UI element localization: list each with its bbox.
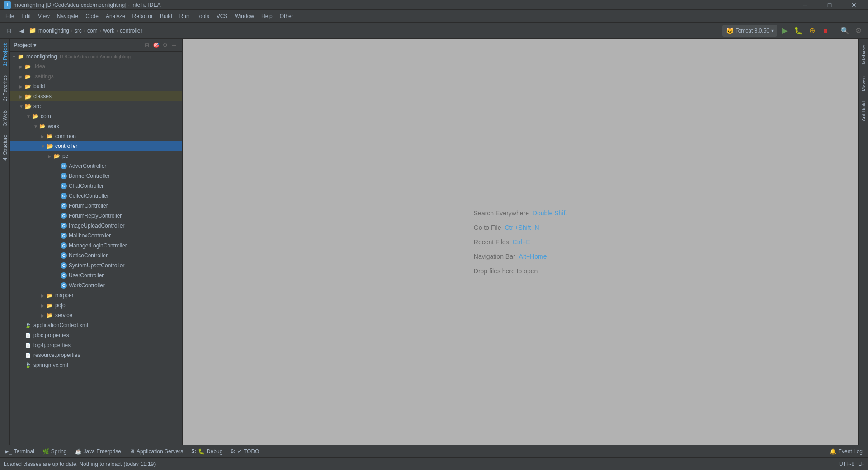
menu-view[interactable]: View	[34, 11, 53, 21]
panel-minimize-btn[interactable]: ─	[170, 41, 179, 50]
tree-item-pojo[interactable]: ▶ 📂 pojo	[10, 300, 182, 310]
tree-item-controller[interactable]: ▼ 📂 controller	[10, 141, 182, 151]
sidebar-tab-ant[interactable]: Ant Build	[859, 97, 868, 126]
tree-item-NoticeController[interactable]: ▶ C NoticeController	[10, 251, 182, 261]
panel-settings-btn[interactable]: ⚙	[160, 41, 170, 50]
tree-item-log4j[interactable]: ▶ 📄 log4j.properties	[10, 340, 182, 350]
sidebar-tab-web[interactable]: 3: Web	[1, 106, 9, 131]
back-btn[interactable]: ◀	[16, 25, 27, 36]
tree-item-build[interactable]: ▶ 📂 build	[10, 81, 182, 91]
tab-terminal[interactable]: ▶_ Terminal	[2, 446, 38, 457]
tree-item-ChatController[interactable]: ▶ C ChatController	[10, 181, 182, 191]
appcontext-label: applicationContext.xml	[33, 322, 88, 328]
tree-item-src[interactable]: ▼ 📂 src	[10, 101, 182, 111]
menu-file[interactable]: File	[2, 11, 18, 21]
breadcrumb-moonlighting[interactable]: moonlighting	[38, 28, 69, 34]
build-arrow[interactable]: ▶	[19, 84, 24, 89]
collapse-all-btn[interactable]: ⊟	[142, 41, 151, 50]
menu-help[interactable]: Help	[258, 11, 276, 21]
service-arrow[interactable]: ▶	[41, 313, 46, 318]
sidebar-tab-structure[interactable]: 4: Structure	[1, 130, 9, 165]
tree-item-CollectController[interactable]: ▶ C CollectController	[10, 191, 182, 201]
tab-spring[interactable]: 🌿 Spring	[39, 446, 71, 457]
tree-item-mapper[interactable]: ▶ 📂 mapper	[10, 290, 182, 300]
status-line-sep[interactable]: LF	[858, 461, 864, 467]
idea-arrow[interactable]: ▶	[19, 64, 24, 69]
tree-item-springmvc[interactable]: ▶ 🍃 springmvc.xml	[10, 360, 182, 370]
minimize-button[interactable]: ─	[795, 0, 816, 10]
tree-item-jdbc[interactable]: ▶ 📄 jdbc.properties	[10, 330, 182, 340]
tab-java-enterprise[interactable]: ☕ Java Enterprise	[71, 446, 125, 457]
menu-tools[interactable]: Tools	[193, 11, 213, 21]
tree-item-common[interactable]: ▶ 📂 common	[10, 131, 182, 141]
tree-item-BannerController[interactable]: ▶ C BannerController	[10, 171, 182, 181]
classes-arrow[interactable]: ▶	[19, 94, 24, 99]
tab-debug[interactable]: 5: 🐛 Debug	[188, 446, 226, 457]
event-log-tab[interactable]: 🔔 Event Log	[826, 446, 866, 457]
status-encoding[interactable]: UTF-8	[839, 461, 854, 467]
pc-arrow[interactable]: ▶	[48, 154, 53, 159]
sidebar-tab-maven[interactable]: Maven	[859, 72, 868, 96]
tree-item-WorkController[interactable]: ▶ C WorkController	[10, 280, 182, 290]
stop-button[interactable]: ■	[820, 25, 831, 37]
menu-code[interactable]: Code	[82, 11, 102, 21]
work-arrow[interactable]: ▼	[33, 124, 39, 129]
tree-item-pc[interactable]: ▶ 📂 pc	[10, 151, 182, 161]
breadcrumb-work[interactable]: work	[103, 28, 114, 34]
tree-item-ManagerLoginController[interactable]: ▶ C ManagerLoginController	[10, 241, 182, 251]
search-everywhere-btn[interactable]: 🔍	[839, 25, 851, 37]
sidebar-tab-favorites[interactable]: 2: Favorites	[1, 71, 9, 105]
tree-item-idea[interactable]: ▶ 📂 .idea	[10, 62, 182, 71]
tree-item-SystemUpsetController[interactable]: ▶ C SystemUpsetController	[10, 261, 182, 271]
menu-refactor[interactable]: Refactor	[129, 11, 156, 21]
com-arrow[interactable]: ▼	[26, 114, 32, 119]
tree-item-service[interactable]: ▶ 📂 service	[10, 310, 182, 320]
tree-item-MailboxController[interactable]: ▶ C MailboxController	[10, 231, 182, 241]
settings-arrow[interactable]: ▶	[19, 74, 24, 79]
tree-root[interactable]: ▼ 📁 moonlighting D:\Code\idea-code\moonl…	[10, 52, 182, 62]
run-coverage-button[interactable]: ⊕	[806, 25, 818, 37]
tab-todo[interactable]: 6: ✓ TODO	[227, 446, 263, 457]
log4j-label: log4j.properties	[33, 342, 71, 348]
tree-item-work[interactable]: ▼ 📂 work	[10, 121, 182, 131]
tree-item-AdverController[interactable]: ▶ C AdverController	[10, 161, 182, 171]
menu-edit[interactable]: Edit	[18, 11, 34, 21]
menu-analyze[interactable]: Analyze	[102, 11, 129, 21]
controller-arrow[interactable]: ▼	[41, 144, 46, 149]
common-arrow[interactable]: ▶	[41, 134, 46, 139]
settings-btn[interactable]: ⚙	[853, 25, 864, 37]
tree-item-ForumController[interactable]: ▶ C ForumController	[10, 201, 182, 211]
scroll-from-source-btn[interactable]: 🎯	[151, 41, 160, 50]
tree-item-classes[interactable]: ▶ 📂 classes	[10, 91, 182, 101]
sidebar-tab-database[interactable]: Database	[859, 41, 868, 71]
tree-item-settings[interactable]: ▶ 📂 .settings	[10, 71, 182, 81]
breadcrumb-src[interactable]: src	[75, 28, 82, 34]
tree-item-ForumReplyController[interactable]: ▶ C ForumReplyController	[10, 211, 182, 221]
root-arrow[interactable]: ▼	[12, 54, 17, 59]
menu-other[interactable]: Other	[276, 11, 297, 21]
tree-item-com[interactable]: ▼ 📂 com	[10, 111, 182, 121]
breadcrumb-com[interactable]: com	[87, 28, 98, 34]
tree-item-resource[interactable]: ▶ 📄 resource.properties	[10, 350, 182, 360]
menu-run[interactable]: Run	[176, 11, 193, 21]
src-arrow[interactable]: ▼	[19, 104, 24, 109]
menu-window[interactable]: Window	[231, 11, 258, 21]
run-config-selector[interactable]: 🐱 Tomcat 8.0.50 ▾	[722, 25, 777, 37]
java-enterprise-icon: ☕	[75, 448, 82, 455]
maximize-button[interactable]: □	[819, 0, 840, 10]
close-button[interactable]: ✕	[844, 0, 864, 10]
tree-item-ImageUploadController[interactable]: ▶ C ImageUploadController	[10, 221, 182, 231]
breadcrumb-controller[interactable]: controller	[120, 28, 142, 34]
menu-navigate[interactable]: Navigate	[53, 11, 82, 21]
sidebar-tab-project[interactable]: 1: Project	[1, 39, 9, 71]
menu-vcs[interactable]: VCS	[213, 11, 231, 21]
mapper-arrow[interactable]: ▶	[41, 293, 46, 298]
tree-item-UserController[interactable]: ▶ C UserController	[10, 271, 182, 280]
tree-item-appcontext[interactable]: ▶ 🍃 applicationContext.xml	[10, 320, 182, 330]
menu-build[interactable]: Build	[156, 11, 176, 21]
tab-app-servers[interactable]: 🖥 Application Servers	[126, 446, 187, 457]
layout-btn[interactable]: ⊞	[4, 25, 14, 36]
debug-start-button[interactable]: 🐛	[793, 25, 804, 37]
pojo-arrow[interactable]: ▶	[41, 303, 46, 308]
run-button[interactable]: ▶	[779, 25, 791, 37]
